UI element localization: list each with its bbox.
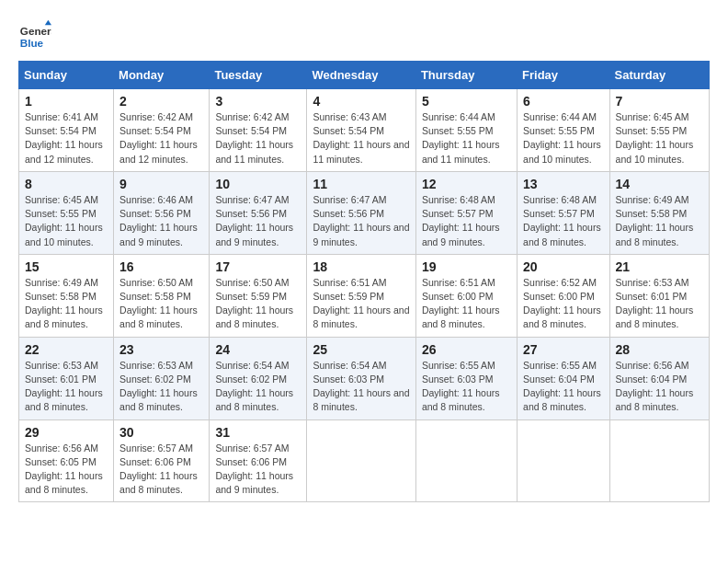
weekday-header-row: SundayMondayTuesdayWednesdayThursdayFrid… bbox=[19, 62, 710, 89]
day-number: 1 bbox=[25, 94, 108, 109]
svg-text:General: General bbox=[20, 25, 51, 37]
day-number: 20 bbox=[523, 259, 604, 274]
day-number: 28 bbox=[616, 342, 703, 357]
calendar-cell: 8 Sunrise: 6:45 AMSunset: 5:55 PMDayligh… bbox=[19, 171, 114, 254]
day-info: Sunrise: 6:51 AMSunset: 5:59 PMDaylight:… bbox=[313, 277, 409, 330]
calendar-cell: 2 Sunrise: 6:42 AMSunset: 5:54 PMDayligh… bbox=[114, 89, 210, 172]
day-info: Sunrise: 6:45 AMSunset: 5:55 PMDaylight:… bbox=[616, 111, 694, 165]
calendar-cell: 27 Sunrise: 6:55 AMSunset: 6:04 PMDaylig… bbox=[518, 337, 610, 419]
day-number: 11 bbox=[313, 177, 409, 191]
calendar-cell bbox=[307, 419, 415, 502]
calendar-cell bbox=[609, 419, 709, 502]
calendar-cell: 25 Sunrise: 6:54 AMSunset: 6:03 PMDaylig… bbox=[307, 337, 415, 419]
day-info: Sunrise: 6:54 AMSunset: 6:02 PMDaylight:… bbox=[215, 360, 293, 413]
day-info: Sunrise: 6:42 AMSunset: 5:54 PMDaylight:… bbox=[119, 111, 198, 165]
calendar-table: SundayMondayTuesdayWednesdayThursdayFrid… bbox=[18, 61, 710, 502]
calendar-cell: 11 Sunrise: 6:47 AMSunset: 5:56 PMDaylig… bbox=[307, 171, 415, 254]
day-info: Sunrise: 6:44 AMSunset: 5:55 PMDaylight:… bbox=[422, 111, 500, 165]
day-number: 21 bbox=[616, 259, 703, 274]
day-info: Sunrise: 6:52 AMSunset: 6:00 PMDaylight:… bbox=[523, 277, 601, 330]
weekday-header-monday: Monday bbox=[114, 62, 210, 89]
day-number: 15 bbox=[25, 259, 108, 274]
weekday-header-saturday: Saturday bbox=[609, 62, 709, 89]
logo: General Blue bbox=[18, 18, 51, 52]
calendar-cell: 3 Sunrise: 6:42 AMSunset: 5:54 PMDayligh… bbox=[210, 89, 307, 172]
calendar-cell bbox=[518, 419, 610, 502]
day-info: Sunrise: 6:44 AMSunset: 5:55 PMDaylight:… bbox=[523, 111, 601, 165]
svg-text:Blue: Blue bbox=[20, 37, 44, 49]
day-number: 10 bbox=[215, 177, 301, 191]
calendar-week-row-4: 22 Sunrise: 6:53 AMSunset: 6:01 PMDaylig… bbox=[19, 337, 710, 419]
day-number: 3 bbox=[215, 94, 301, 109]
calendar-cell: 13 Sunrise: 6:48 AMSunset: 5:57 PMDaylig… bbox=[518, 171, 610, 254]
calendar-cell: 16 Sunrise: 6:50 AMSunset: 5:58 PMDaylig… bbox=[114, 254, 210, 337]
day-number: 14 bbox=[616, 177, 703, 191]
day-number: 4 bbox=[313, 94, 409, 109]
day-info: Sunrise: 6:54 AMSunset: 6:03 PMDaylight:… bbox=[313, 360, 409, 413]
day-info: Sunrise: 6:48 AMSunset: 5:57 PMDaylight:… bbox=[422, 194, 500, 247]
day-number: 19 bbox=[422, 259, 511, 274]
calendar-cell: 1 Sunrise: 6:41 AMSunset: 5:54 PMDayligh… bbox=[19, 89, 114, 172]
day-info: Sunrise: 6:55 AMSunset: 6:03 PMDaylight:… bbox=[422, 360, 500, 413]
calendar-cell: 10 Sunrise: 6:47 AMSunset: 5:56 PMDaylig… bbox=[210, 171, 307, 254]
day-number: 18 bbox=[313, 259, 409, 274]
day-info: Sunrise: 6:43 AMSunset: 5:54 PMDaylight:… bbox=[313, 111, 409, 165]
header-area: General Blue bbox=[18, 18, 710, 52]
calendar-cell: 7 Sunrise: 6:45 AMSunset: 5:55 PMDayligh… bbox=[609, 89, 709, 172]
day-number: 6 bbox=[523, 94, 604, 109]
day-number: 9 bbox=[119, 177, 203, 191]
day-number: 26 bbox=[422, 342, 511, 357]
day-info: Sunrise: 6:49 AMSunset: 5:58 PMDaylight:… bbox=[616, 194, 694, 247]
day-info: Sunrise: 6:55 AMSunset: 6:04 PMDaylight:… bbox=[523, 360, 601, 413]
day-number: 17 bbox=[215, 259, 301, 274]
calendar-cell: 23 Sunrise: 6:53 AMSunset: 6:02 PMDaylig… bbox=[114, 337, 210, 419]
day-info: Sunrise: 6:47 AMSunset: 5:56 PMDaylight:… bbox=[215, 194, 293, 247]
day-number: 30 bbox=[119, 425, 203, 440]
day-number: 5 bbox=[422, 94, 511, 109]
weekday-header-wednesday: Wednesday bbox=[307, 62, 415, 89]
day-number: 2 bbox=[119, 94, 203, 109]
day-number: 12 bbox=[422, 177, 511, 191]
day-number: 29 bbox=[25, 425, 108, 440]
calendar-cell bbox=[415, 419, 517, 502]
day-info: Sunrise: 6:51 AMSunset: 6:00 PMDaylight:… bbox=[422, 277, 500, 330]
calendar-cell: 24 Sunrise: 6:54 AMSunset: 6:02 PMDaylig… bbox=[210, 337, 307, 419]
day-number: 8 bbox=[25, 177, 108, 191]
calendar-cell: 9 Sunrise: 6:46 AMSunset: 5:56 PMDayligh… bbox=[114, 171, 210, 254]
calendar-week-row-1: 1 Sunrise: 6:41 AMSunset: 5:54 PMDayligh… bbox=[19, 89, 710, 172]
day-number: 24 bbox=[215, 342, 301, 357]
day-number: 7 bbox=[616, 94, 703, 109]
calendar-cell: 20 Sunrise: 6:52 AMSunset: 6:00 PMDaylig… bbox=[518, 254, 610, 337]
calendar-week-row-3: 15 Sunrise: 6:49 AMSunset: 5:58 PMDaylig… bbox=[19, 254, 710, 337]
calendar-cell: 5 Sunrise: 6:44 AMSunset: 5:55 PMDayligh… bbox=[415, 89, 517, 172]
day-number: 13 bbox=[523, 177, 604, 191]
weekday-header-tuesday: Tuesday bbox=[210, 62, 307, 89]
weekday-header-friday: Friday bbox=[518, 62, 610, 89]
day-number: 27 bbox=[523, 342, 604, 357]
day-info: Sunrise: 6:41 AMSunset: 5:54 PMDaylight:… bbox=[25, 111, 103, 165]
calendar-cell: 4 Sunrise: 6:43 AMSunset: 5:54 PMDayligh… bbox=[307, 89, 415, 172]
calendar-cell: 30 Sunrise: 6:57 AMSunset: 6:06 PMDaylig… bbox=[114, 419, 210, 502]
day-info: Sunrise: 6:49 AMSunset: 5:58 PMDaylight:… bbox=[25, 277, 103, 330]
calendar-cell: 18 Sunrise: 6:51 AMSunset: 5:59 PMDaylig… bbox=[307, 254, 415, 337]
day-number: 25 bbox=[313, 342, 409, 357]
calendar-cell: 12 Sunrise: 6:48 AMSunset: 5:57 PMDaylig… bbox=[415, 171, 517, 254]
calendar-cell: 14 Sunrise: 6:49 AMSunset: 5:58 PMDaylig… bbox=[609, 171, 709, 254]
calendar-week-row-5: 29 Sunrise: 6:56 AMSunset: 6:05 PMDaylig… bbox=[19, 419, 710, 502]
calendar-cell: 19 Sunrise: 6:51 AMSunset: 6:00 PMDaylig… bbox=[415, 254, 517, 337]
calendar-cell: 17 Sunrise: 6:50 AMSunset: 5:59 PMDaylig… bbox=[210, 254, 307, 337]
calendar-cell: 28 Sunrise: 6:56 AMSunset: 6:04 PMDaylig… bbox=[609, 337, 709, 419]
day-info: Sunrise: 6:45 AMSunset: 5:55 PMDaylight:… bbox=[25, 194, 103, 247]
day-info: Sunrise: 6:56 AMSunset: 6:04 PMDaylight:… bbox=[616, 360, 694, 413]
calendar-cell: 21 Sunrise: 6:53 AMSunset: 6:01 PMDaylig… bbox=[609, 254, 709, 337]
calendar-cell: 6 Sunrise: 6:44 AMSunset: 5:55 PMDayligh… bbox=[518, 89, 610, 172]
day-number: 31 bbox=[215, 425, 301, 440]
day-info: Sunrise: 6:50 AMSunset: 5:58 PMDaylight:… bbox=[119, 277, 198, 330]
calendar-cell: 22 Sunrise: 6:53 AMSunset: 6:01 PMDaylig… bbox=[19, 337, 114, 419]
day-number: 16 bbox=[119, 259, 203, 274]
day-info: Sunrise: 6:46 AMSunset: 5:56 PMDaylight:… bbox=[119, 194, 198, 247]
day-info: Sunrise: 6:57 AMSunset: 6:06 PMDaylight:… bbox=[215, 442, 293, 496]
day-info: Sunrise: 6:42 AMSunset: 5:54 PMDaylight:… bbox=[215, 111, 293, 165]
calendar-cell: 31 Sunrise: 6:57 AMSunset: 6:06 PMDaylig… bbox=[210, 419, 307, 502]
svg-marker-2 bbox=[45, 20, 51, 25]
